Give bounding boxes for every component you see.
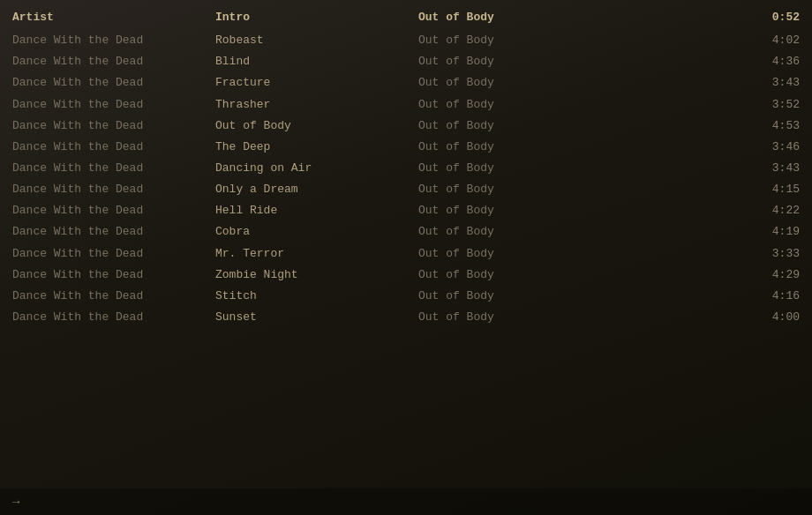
track-album: Out of Body <box>418 138 613 156</box>
track-title: Out of Body <box>215 117 418 135</box>
artist-col-header: Artist <box>12 9 215 26</box>
table-row[interactable]: Dance With the DeadFractureOut of Body3:… <box>0 72 812 93</box>
track-duration: 3:52 <box>613 96 800 114</box>
track-artist: Dance With the Dead <box>12 160 215 177</box>
table-header: Artist Intro Out of Body 0:52 <box>0 7 812 28</box>
track-album: Out of Body <box>418 181 613 198</box>
track-duration: 4:19 <box>613 223 800 241</box>
table-row[interactable]: Dance With the DeadDancing on AirOut of … <box>0 158 812 179</box>
track-artist: Dance With the Dead <box>12 117 215 135</box>
track-artist: Dance With the Dead <box>12 53 215 71</box>
track-album: Out of Body <box>418 202 613 220</box>
track-title: Cobra <box>215 223 418 241</box>
track-title: Stitch <box>215 287 418 305</box>
track-album: Out of Body <box>418 287 613 305</box>
track-title: Dancing on Air <box>215 160 418 177</box>
track-title: The Deep <box>215 138 418 156</box>
table-row[interactable]: Dance With the DeadBlindOut of Body4:36 <box>0 51 812 72</box>
track-artist: Dance With the Dead <box>12 223 215 241</box>
track-duration: 3:43 <box>613 160 800 177</box>
track-artist: Dance With the Dead <box>12 202 215 220</box>
track-album: Out of Body <box>418 309 613 326</box>
track-artist: Dance With the Dead <box>12 287 215 305</box>
arrow-icon: → <box>12 495 19 509</box>
track-title: Robeast <box>215 32 418 49</box>
table-row[interactable]: Dance With the DeadOut of BodyOut of Bod… <box>0 116 812 137</box>
track-duration: 4:15 <box>613 181 800 198</box>
table-row[interactable]: Dance With the DeadStitchOut of Body4:16 <box>0 286 812 307</box>
track-title: Sunset <box>215 309 418 326</box>
track-artist: Dance With the Dead <box>12 245 215 263</box>
title-col-header: Intro <box>215 9 418 26</box>
track-duration: 4:53 <box>613 117 800 135</box>
table-row[interactable]: Dance With the DeadSunsetOut of Body4:00 <box>0 307 812 328</box>
track-album: Out of Body <box>418 117 613 135</box>
track-title: Thrasher <box>215 96 418 114</box>
track-album: Out of Body <box>418 53 613 71</box>
track-duration: 3:33 <box>613 245 800 263</box>
track-album: Out of Body <box>418 223 613 241</box>
table-row[interactable]: Dance With the DeadZombie NightOut of Bo… <box>0 265 812 286</box>
table-row[interactable]: Dance With the DeadOnly a DreamOut of Bo… <box>0 179 812 200</box>
track-album: Out of Body <box>418 74 613 92</box>
track-duration: 4:00 <box>613 309 800 326</box>
track-album: Out of Body <box>418 266 613 284</box>
track-title: Hell Ride <box>215 202 418 220</box>
table-row[interactable]: Dance With the DeadRobeastOut of Body4:0… <box>0 30 812 51</box>
table-row[interactable]: Dance With the DeadMr. TerrorOut of Body… <box>0 243 812 265</box>
track-duration: 4:22 <box>613 202 800 220</box>
track-duration: 4:36 <box>613 53 800 71</box>
bottom-bar: → <box>0 489 812 515</box>
track-duration: 4:02 <box>613 32 800 49</box>
track-title: Zombie Night <box>215 266 418 284</box>
track-artist: Dance With the Dead <box>12 138 215 156</box>
track-album: Out of Body <box>418 32 613 49</box>
track-title: Blind <box>215 53 418 71</box>
table-row[interactable]: Dance With the DeadThe DeepOut of Body3:… <box>0 137 812 158</box>
track-title: Mr. Terror <box>215 245 418 263</box>
track-artist: Dance With the Dead <box>12 32 215 49</box>
track-album: Out of Body <box>418 96 613 114</box>
duration-col-header: 0:52 <box>613 9 800 26</box>
track-artist: Dance With the Dead <box>12 181 215 198</box>
track-list: Artist Intro Out of Body 0:52 Dance With… <box>0 0 812 335</box>
track-title: Only a Dream <box>215 181 418 198</box>
table-row[interactable]: Dance With the DeadCobraOut of Body4:19 <box>0 221 812 243</box>
track-album: Out of Body <box>418 160 613 177</box>
track-artist: Dance With the Dead <box>12 74 215 92</box>
track-artist: Dance With the Dead <box>12 309 215 326</box>
track-duration: 4:29 <box>613 266 800 284</box>
track-artist: Dance With the Dead <box>12 266 215 284</box>
table-row[interactable]: Dance With the DeadHell RideOut of Body4… <box>0 200 812 221</box>
track-artist: Dance With the Dead <box>12 96 215 114</box>
track-title: Fracture <box>215 74 418 92</box>
track-duration: 3:43 <box>613 74 800 92</box>
table-row[interactable]: Dance With the DeadThrasherOut of Body3:… <box>0 94 812 116</box>
track-duration: 3:46 <box>613 138 800 156</box>
track-album: Out of Body <box>418 245 613 263</box>
album-col-header: Out of Body <box>418 9 613 26</box>
track-duration: 4:16 <box>613 287 800 305</box>
